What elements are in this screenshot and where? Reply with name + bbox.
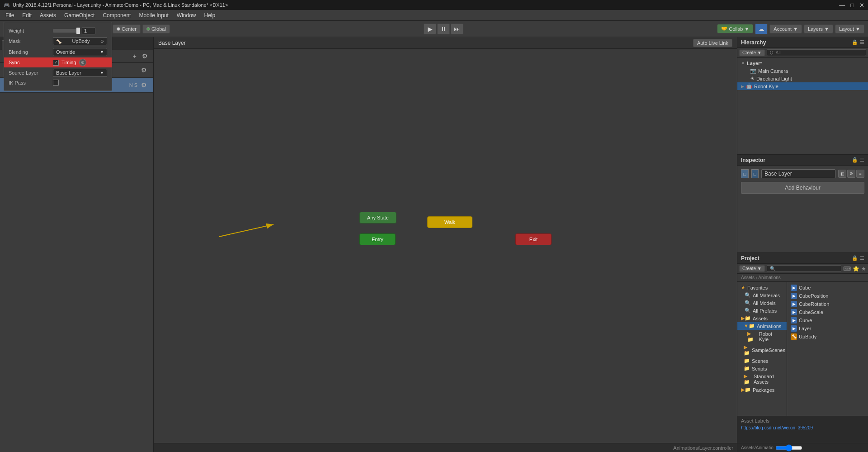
close-btn[interactable]: ✕ bbox=[859, 2, 864, 9]
project-zoom-slider[interactable] bbox=[775, 444, 802, 452]
hierarchy-dir-light[interactable]: ☀ Directional Light bbox=[737, 75, 868, 82]
project-scenes[interactable]: 📁 Scenes bbox=[737, 357, 787, 365]
hierarchy-scene-root[interactable]: ▼ Layer* bbox=[737, 60, 868, 67]
project-standard-assets[interactable]: ▶📁 Standard Assets bbox=[737, 372, 787, 386]
project-tree: ★ Favorites 🔍 All Materials 🔍 All Models… bbox=[737, 282, 787, 416]
asset-cube[interactable]: ▶ Cube bbox=[787, 284, 868, 292]
state-arrows bbox=[154, 49, 737, 443]
project-packages[interactable]: ▶📁 Packages bbox=[737, 386, 787, 394]
project-footer-path: Assets/Animatio bbox=[741, 445, 774, 450]
center-btn[interactable]: Center bbox=[113, 24, 141, 33]
hierarchy-robot-kyle[interactable]: ▶ 🤖 Robot Kyle bbox=[737, 82, 868, 90]
project-all-materials[interactable]: 🔍 All Materials bbox=[737, 291, 787, 299]
asset-cube-scale[interactable]: ▶ CubeScale bbox=[787, 308, 868, 316]
layers-settings-btn[interactable]: ⚙ bbox=[140, 52, 150, 61]
main-camera-label: Main Camera bbox=[758, 68, 788, 74]
menubar: File Edit Assets GameObject Component Mo… bbox=[0, 10, 868, 21]
asset-layer[interactable]: ▶ Layer bbox=[787, 324, 868, 333]
asset-upbody[interactable]: 🦴 UpBody bbox=[787, 333, 868, 341]
project-assets-root[interactable]: ▶📁 Assets bbox=[737, 314, 787, 322]
project-search[interactable] bbox=[767, 265, 841, 272]
hierarchy-main-camera[interactable]: 📷 Main Camera bbox=[737, 67, 868, 75]
titlebar-controls[interactable]: — □ ✕ bbox=[839, 2, 864, 9]
sync-row: Sync ✓ Timing ⊙ bbox=[4, 57, 112, 67]
weight-value[interactable]: 1 bbox=[82, 27, 95, 34]
add-behaviour-btn[interactable]: Add Behaviour bbox=[741, 182, 864, 194]
menu-file[interactable]: File bbox=[2, 11, 18, 19]
project-icon-2[interactable]: ⭐ bbox=[853, 266, 859, 272]
all-prefabs-icon: 🔍 bbox=[745, 308, 751, 314]
menu-gameobject[interactable]: GameObject bbox=[61, 11, 98, 19]
step-btn[interactable]: ⏭ bbox=[451, 24, 463, 34]
weight-slider[interactable] bbox=[53, 29, 80, 33]
collab-btn[interactable]: 🤝 Collab ▼ bbox=[717, 24, 753, 33]
asset-labels-url: https://blog.csdn.net/weixin_395209 bbox=[741, 425, 864, 430]
hierarchy-tree: ▼ Layer* 📷 Main Camera ☀ Directional Lig… bbox=[737, 58, 868, 154]
project-favorites[interactable]: ★ Favorites bbox=[737, 284, 787, 291]
layers-dropdown[interactable]: Layers ▼ bbox=[804, 24, 833, 33]
layout-dropdown[interactable]: Layout ▼ bbox=[835, 24, 864, 33]
base-layer-icons: ⚙ bbox=[139, 66, 149, 75]
robot-expand-arrow[interactable]: ▶ bbox=[741, 84, 744, 89]
play-btn[interactable]: ▶ bbox=[424, 24, 436, 34]
project-icon-1[interactable]: ⌨ bbox=[843, 266, 851, 272]
blending-dropdown[interactable]: Override ▼ bbox=[53, 48, 107, 56]
walk-node[interactable]: Walk bbox=[427, 216, 472, 228]
project-all-prefabs[interactable]: 🔍 All Prefabs bbox=[737, 307, 787, 314]
entry-node[interactable]: Entry bbox=[359, 233, 396, 245]
project-robot-kyle-folder[interactable]: ▶📁 Robot Kyle bbox=[737, 330, 787, 343]
menu-assets[interactable]: Assets bbox=[36, 11, 60, 19]
minimize-btn[interactable]: — bbox=[839, 2, 845, 9]
menu-help[interactable]: Help bbox=[201, 11, 219, 19]
maximize-btn[interactable]: □ bbox=[850, 2, 854, 9]
project-sample-scenes[interactable]: ▶📁 SampleScenes bbox=[737, 343, 787, 357]
hierarchy-create-btn[interactable]: Create ▼ bbox=[739, 49, 765, 56]
project-all-models[interactable]: 🔍 All Models bbox=[737, 299, 787, 307]
light-icon: ☀ bbox=[750, 76, 755, 81]
animator-canvas[interactable]: Any State Entry Walk Exit bbox=[154, 49, 737, 443]
playback-controls: ▶ ⏸ ⏭ bbox=[424, 24, 463, 34]
armup-settings-btn[interactable]: ⚙ bbox=[139, 81, 149, 90]
exit-node[interactable]: Exit bbox=[515, 233, 552, 245]
menu-component[interactable]: Component bbox=[99, 11, 134, 19]
project-scripts[interactable]: 📁 Scripts bbox=[737, 365, 787, 372]
ik-pass-checkbox[interactable] bbox=[53, 80, 59, 86]
asset-cube-rotation[interactable]: ▶ CubeRotation bbox=[787, 300, 868, 308]
animations-folder-icon: ▼📁 bbox=[744, 323, 755, 329]
mask-dropdown[interactable]: 🦴 UpBody ⊙ bbox=[53, 37, 107, 45]
menu-edit[interactable]: Edit bbox=[19, 11, 35, 19]
asset-cube-position[interactable]: ▶ CubePosition bbox=[787, 292, 868, 300]
account-dropdown[interactable]: Account ▼ bbox=[769, 24, 802, 33]
any-state-node[interactable]: Any State bbox=[359, 212, 396, 224]
sync-checkbox[interactable]: ✓ bbox=[53, 60, 59, 66]
animator-canvas-area: Base Layer Auto Live Link Any State bbox=[154, 37, 737, 452]
project-animations-folder[interactable]: ▼📁 Animations bbox=[737, 322, 787, 330]
timing-circle-btn[interactable]: ⊙ bbox=[79, 59, 86, 66]
scripts-icon: 📁 bbox=[744, 366, 750, 371]
auto-live-btn[interactable]: Auto Live Link bbox=[693, 39, 732, 47]
source-layer-dropdown[interactable]: Base Layer ▼ bbox=[53, 69, 107, 77]
project-icon-3[interactable]: ★ bbox=[861, 266, 866, 272]
inspector-name-field[interactable] bbox=[761, 169, 835, 178]
project-menu-icon: ☰ bbox=[860, 255, 864, 261]
sample-scenes-icon: ▶📁 bbox=[744, 344, 750, 356]
cube-pos-icon: ▶ bbox=[791, 293, 797, 299]
asset-curve[interactable]: ▶ Curve bbox=[787, 316, 868, 324]
inspector-icon-btn-1[interactable]: ◧ bbox=[838, 170, 846, 178]
hierarchy-search[interactable] bbox=[767, 49, 866, 56]
all-materials-icon: 🔍 bbox=[745, 292, 751, 298]
titlebar: 🎮 Unity 2018.4.12f1 Personal - Layer.uni… bbox=[0, 0, 868, 10]
inspector-icon-btn-2[interactable]: ⚙ bbox=[847, 170, 855, 178]
menu-window[interactable]: Window bbox=[173, 11, 200, 19]
menu-mobile-input[interactable]: Mobile Input bbox=[135, 11, 172, 19]
global-btn[interactable]: Global bbox=[142, 24, 170, 33]
project-create-btn[interactable]: Create ▼ bbox=[739, 265, 765, 272]
object-icon-1: □ bbox=[741, 169, 749, 178]
add-layer-btn[interactable]: + bbox=[131, 52, 138, 61]
inspector-icon-btn-3[interactable]: ≡ bbox=[856, 170, 864, 178]
pause-btn[interactable]: ⏸ bbox=[437, 24, 450, 34]
cloud-btn[interactable]: ☁ bbox=[755, 24, 768, 34]
scene-expand-arrow[interactable]: ▼ bbox=[741, 61, 745, 66]
mask-icon: 🦴 bbox=[56, 39, 61, 44]
base-layer-settings-btn[interactable]: ⚙ bbox=[139, 66, 149, 75]
